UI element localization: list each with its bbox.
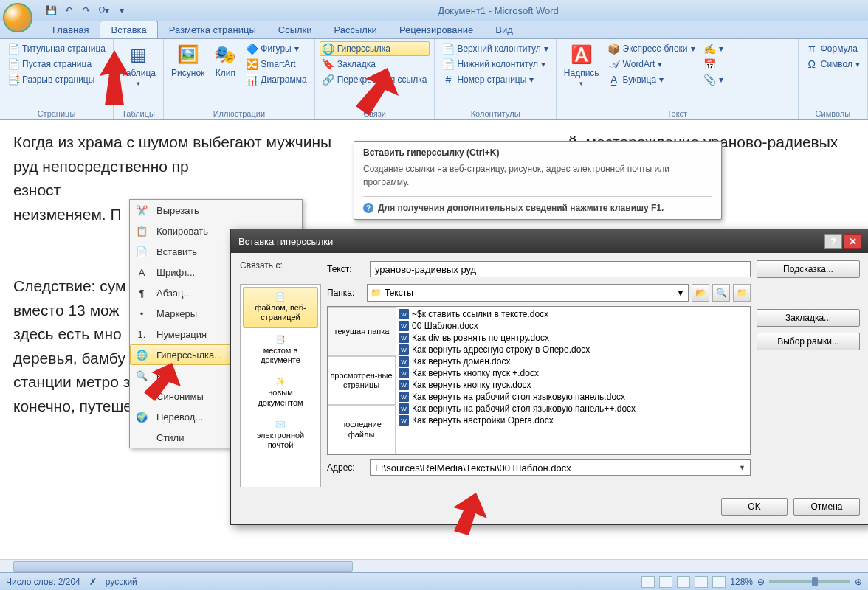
qat-customize-icon[interactable]: ▾: [115, 4, 128, 17]
text-input[interactable]: [370, 261, 751, 277]
up-folder-button[interactable]: 📂: [692, 284, 709, 302]
file-item[interactable]: WКак вернуть на рабочий стол языковую па…: [397, 403, 748, 414]
target-frame-button[interactable]: Выбор рамки...: [757, 333, 860, 350]
shapes-icon: 🔷: [246, 43, 258, 55]
hyperlink-tooltip: Вставить гиперссылку (Ctrl+K) Создание с…: [354, 141, 722, 220]
language-indicator[interactable]: русский: [106, 577, 137, 587]
cancel-button[interactable]: Отмена: [793, 498, 860, 516]
folder-combo[interactable]: 📁Тексты▼: [367, 284, 689, 302]
file-item[interactable]: WКак вернуть на рабочий стол языковую па…: [397, 391, 748, 403]
symbol-button[interactable]: ΩСимвол ▾: [803, 57, 863, 72]
page-number-button[interactable]: #Номер страницы ▾: [439, 72, 551, 87]
undo-icon[interactable]: ↶: [62, 4, 75, 17]
horizontal-scrollbar[interactable]: [0, 559, 868, 572]
sig-icon: ✍️: [704, 43, 716, 55]
file-item[interactable]: WКак вернуть настройки Opera.docx: [397, 414, 748, 426]
ctx-cut[interactable]: ✂️Вырезать: [130, 200, 302, 221]
dialog-close-button[interactable]: ✕: [844, 234, 861, 249]
file-item[interactable]: WКак вернуть кнопку пуск.docx: [397, 379, 748, 391]
zoom-in-button[interactable]: ⊕: [855, 577, 862, 587]
chart-icon: 📊: [246, 74, 258, 86]
word-count[interactable]: Число слов: 2/204: [6, 577, 80, 587]
dropcap-button[interactable]: A̲Буквица ▾: [605, 72, 698, 87]
btab-recent[interactable]: последние файлы: [328, 405, 396, 454]
view-full-screen[interactable]: [659, 576, 672, 588]
ok-button[interactable]: OK: [721, 498, 788, 516]
view-web-layout[interactable]: [677, 576, 690, 588]
footer-button[interactable]: 📄Нижний колонтитул ▾: [439, 57, 551, 72]
blank-page-button[interactable]: 📄Пустая страница: [4, 57, 108, 72]
file-item[interactable]: WКак вернуть адресную строку в Опере.doc…: [397, 344, 748, 355]
file-list[interactable]: W~$к ставить ссылки в тексте.docxW00 Шаб…: [396, 307, 750, 454]
clip-button[interactable]: 🎭Клип: [210, 41, 240, 108]
tab-insert[interactable]: Вставка: [100, 21, 157, 38]
tab-review[interactable]: Рецензирование: [388, 21, 484, 38]
new-icon: ✨: [275, 377, 286, 386]
file-item[interactable]: W00 Шаблон.docx: [397, 320, 748, 332]
link-to-file[interactable]: 📄файлом, веб-страницей: [243, 287, 318, 328]
chart-button[interactable]: 📊Диаграмма: [243, 72, 309, 87]
shapes-button[interactable]: 🔷Фигуры ▾: [243, 41, 309, 56]
save-icon[interactable]: 💾: [44, 4, 58, 17]
link-to-new[interactable]: ✨новым документом: [243, 372, 318, 413]
btab-current[interactable]: текущая папка: [328, 307, 396, 356]
translate-icon: 🌍: [133, 409, 151, 424]
link-to-email[interactable]: ✉️электронной почтой: [243, 414, 318, 456]
smartart-button[interactable]: 🔀SmartArt: [243, 57, 309, 72]
word-doc-icon: W: [399, 403, 409, 414]
tab-page-layout[interactable]: Разметка страницы: [158, 21, 267, 38]
view-print-layout[interactable]: [641, 576, 655, 588]
dialog-titlebar[interactable]: Вставка гиперссылки ? ✕: [231, 229, 868, 253]
cross-ref-button[interactable]: 🔗Перекрестная ссылка: [320, 72, 430, 87]
quickparts-button[interactable]: 📦Экспресс-блоки ▾: [605, 41, 698, 56]
tab-view[interactable]: Вид: [484, 21, 524, 38]
clip-icon: 🎭: [213, 43, 237, 66]
cover-page-button[interactable]: 📄Титульная страница: [4, 41, 108, 56]
equation-button[interactable]: πФормула: [803, 41, 863, 56]
zoom-value[interactable]: 128%: [730, 577, 753, 587]
dropcap-icon: A̲: [608, 74, 620, 86]
link-to-place[interactable]: 📑местом в документе: [243, 330, 318, 371]
file-item[interactable]: WКак div выровнять по центру.docx: [397, 332, 748, 344]
word-doc-icon: W: [399, 380, 409, 390]
ribbon: Главная Вставка Разметка страницы Ссылки…: [0, 21, 868, 120]
file-item[interactable]: WКак вернуть домен.docx: [397, 355, 748, 367]
table-button[interactable]: ▦Таблица▾: [118, 41, 159, 108]
file-item[interactable]: W~$к ставить ссылки в тексте.docx: [397, 308, 748, 320]
tab-mailings[interactable]: Рассылки: [323, 21, 388, 38]
office-button[interactable]: [3, 3, 32, 32]
table-icon: ▦: [127, 43, 151, 66]
screentip-button[interactable]: Подсказка...: [757, 260, 860, 278]
view-outline[interactable]: [695, 576, 708, 588]
bookmark-dlg-button[interactable]: Закладка...: [757, 309, 860, 327]
file-item[interactable]: WКак вернуть кнопку пуск +.docx: [397, 367, 748, 379]
zoom-slider[interactable]: [769, 580, 850, 583]
header-button[interactable]: 📄Верхний колонтитул ▾: [439, 41, 551, 56]
page-break-button[interactable]: 📑Разрыв страницы: [4, 72, 108, 87]
copy-icon: 📋: [133, 223, 151, 238]
view-draft[interactable]: [712, 576, 726, 588]
dialog-help-button[interactable]: ?: [824, 234, 842, 249]
object-button[interactable]: 📎▾: [701, 72, 726, 87]
date-button[interactable]: 📅: [701, 57, 726, 72]
hyperlink-button[interactable]: 🌐Гиперссылка: [320, 41, 430, 56]
word-doc-icon: W: [399, 333, 409, 343]
bookmark-button[interactable]: 🔖Закладка: [320, 57, 430, 72]
browse-file-button[interactable]: 📁: [733, 284, 751, 302]
tab-references[interactable]: Ссылки: [267, 21, 323, 38]
spellcheck-icon[interactable]: ✗: [89, 577, 97, 587]
group-symbols: πФормула ΩСимвол ▾ Символы: [799, 39, 868, 119]
btab-browsed[interactable]: просмотрен-ные страницы: [328, 356, 396, 406]
address-combo[interactable]: F:\sources\RelMedia\Тексты\00 Шаблон.doc…: [370, 459, 751, 476]
picture-button[interactable]: 🖼️Рисунок: [168, 41, 207, 108]
tab-home[interactable]: Главная: [41, 21, 100, 38]
wordart-button[interactable]: 𝒜WordArt ▾: [605, 57, 698, 72]
file-icon: 📄: [275, 292, 286, 302]
textbox-button[interactable]: 🅰️Надпись▾: [561, 41, 602, 108]
zoom-out-button[interactable]: ⊖: [757, 577, 765, 587]
word-doc-icon: W: [399, 415, 409, 426]
sig-button[interactable]: ✍️▾: [701, 41, 726, 56]
browse-web-button[interactable]: 🔍: [712, 284, 730, 302]
omega-icon[interactable]: Ω▾: [97, 4, 111, 17]
redo-icon[interactable]: ↷: [80, 4, 93, 17]
